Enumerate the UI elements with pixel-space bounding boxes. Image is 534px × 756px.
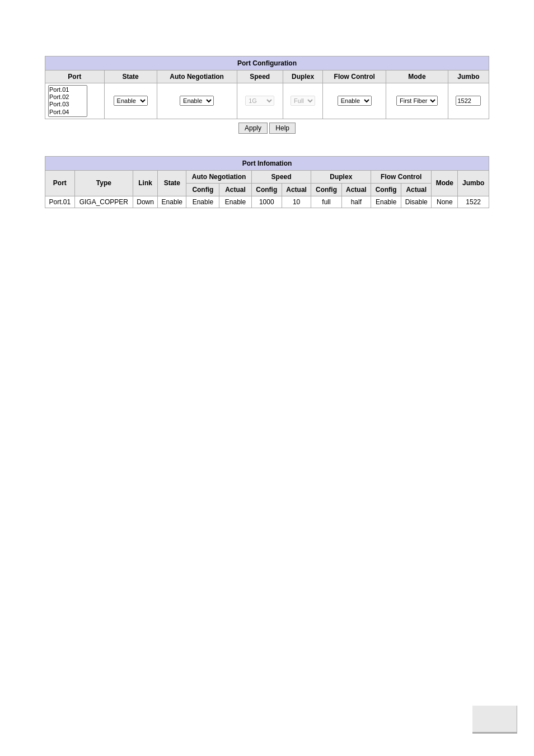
port-config-section: Port Configuration Port State Auto Negot… (45, 56, 489, 134)
info-state: Enable (158, 196, 186, 208)
info-type: GIGA_COPPER (74, 196, 133, 208)
col-flow-control: Flow Control (323, 71, 386, 83)
port-config-table: Port Configuration Port State Auto Negot… (45, 56, 489, 119)
jumbo-cell (448, 83, 489, 119)
speed-select[interactable]: 1G 100M 10M (245, 96, 274, 106)
port-info-section: Port Infomation Port Type Link State Aut… (45, 156, 489, 208)
info-port: Port.01 (45, 196, 75, 208)
duplex-actual-hdr: Actual (341, 183, 371, 196)
info-link: Down (133, 196, 157, 208)
flow-config-hdr: Config (371, 183, 401, 196)
info-duplex-actual: half (341, 196, 371, 208)
info-col-link: Link (133, 170, 157, 196)
info-col-speed: Speed (251, 170, 311, 183)
config-btn-row: Apply Help (45, 123, 489, 134)
auto-neg-actual-hdr: Actual (219, 183, 251, 196)
col-auto-neg: Auto Negotiation (157, 71, 237, 83)
col-mode: Mode (386, 71, 448, 83)
mode-select[interactable]: First Fiber Copper Fiber (396, 96, 438, 106)
auto-neg-config-hdr: Config (186, 183, 219, 196)
info-section-title: Port Infomation (45, 156, 489, 170)
duplex-select[interactable]: Full Half (291, 96, 315, 106)
info-speed-actual: 10 (282, 196, 311, 208)
info-col-jumbo: Jumbo (458, 170, 489, 196)
col-state: State (104, 71, 157, 83)
duplex-cell: Full Half (283, 83, 323, 119)
port-info-table: Port Infomation Port Type Link State Aut… (45, 156, 489, 208)
config-row: Port.01 Port.02 Port.03 Port.04 Enable D… (45, 83, 489, 119)
port-select[interactable]: Port.01 Port.02 Port.03 Port.04 (48, 85, 87, 117)
speed-config-hdr: Config (251, 183, 282, 196)
flow-actual-hdr: Actual (401, 183, 432, 196)
info-col-type: Type (74, 170, 133, 196)
info-duplex-config: full (311, 196, 341, 208)
info-flow-config: Enable (371, 196, 401, 208)
auto-neg-cell: Enable Disable (157, 83, 237, 119)
info-auto-neg-config: Enable (186, 196, 219, 208)
info-mode: None (432, 196, 458, 208)
info-col-port: Port (45, 170, 75, 196)
info-col-auto-neg: Auto Negotiation (186, 170, 251, 183)
col-speed: Speed (237, 71, 283, 83)
flow-control-select[interactable]: Enable Disable (338, 96, 372, 106)
col-duplex: Duplex (283, 71, 323, 83)
info-speed-config: 1000 (251, 196, 282, 208)
info-col-duplex: Duplex (311, 170, 371, 183)
duplex-config-hdr: Config (311, 183, 341, 196)
info-col-state: State (158, 170, 186, 196)
config-section-title: Port Configuration (45, 57, 489, 71)
port-select-cell: Port.01 Port.02 Port.03 Port.04 (45, 83, 105, 119)
info-flow-actual: Disable (401, 196, 432, 208)
speed-actual-hdr: Actual (282, 183, 311, 196)
info-col-flow: Flow Control (371, 170, 432, 183)
info-auto-neg-actual: Enable (219, 196, 251, 208)
state-select[interactable]: Enable Disable (114, 96, 148, 106)
help-button[interactable]: Help (269, 123, 296, 134)
col-port: Port (45, 71, 105, 83)
apply-button[interactable]: Apply (238, 123, 268, 134)
col-jumbo: Jumbo (448, 71, 489, 83)
info-col-mode: Mode (432, 170, 458, 196)
info-row: Port.01 GIGA_COPPER Down Enable Enable E… (45, 196, 489, 208)
info-jumbo: 1522 (458, 196, 489, 208)
auto-neg-select[interactable]: Enable Disable (180, 96, 214, 106)
state-cell: Enable Disable (104, 83, 157, 119)
mode-cell: First Fiber Copper Fiber (386, 83, 448, 119)
jumbo-input[interactable] (456, 96, 481, 106)
flow-control-cell: Enable Disable (323, 83, 386, 119)
speed-cell: 1G 100M 10M (237, 83, 283, 119)
